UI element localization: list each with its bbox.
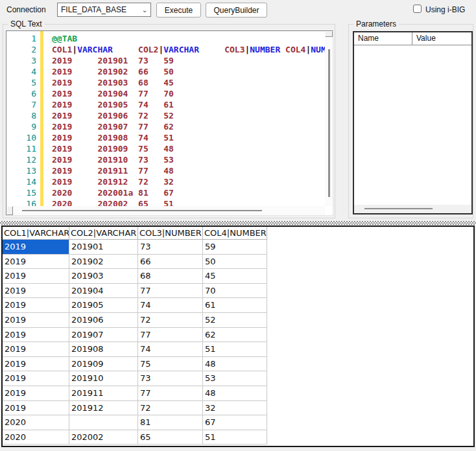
line-number[interactable]: 5: [6, 77, 36, 88]
line-number[interactable]: 4: [6, 66, 36, 77]
table-cell[interactable]: 74: [138, 342, 203, 357]
table-cell[interactable]: 2019: [3, 313, 69, 328]
line-number[interactable]: 1: [6, 33, 36, 44]
table-cell[interactable]: 202002: [69, 430, 138, 445]
editor-line[interactable]: 152020 202001a 81 67: [6, 187, 325, 198]
editor-line[interactable]: 52019 201903 68 45: [6, 77, 325, 88]
line-number[interactable]: 7: [6, 99, 36, 110]
column-header[interactable]: COL3|NUMBER: [138, 227, 203, 240]
table-cell[interactable]: 201904: [69, 284, 138, 299]
line-number[interactable]: 15: [6, 187, 36, 198]
table-cell[interactable]: 2019: [3, 255, 69, 270]
table-cell[interactable]: 32: [203, 401, 267, 416]
editor-line[interactable]: 122019 201910 73 53: [6, 154, 325, 165]
table-cell[interactable]: 77: [138, 386, 203, 401]
table-cell[interactable]: 2019: [3, 269, 69, 284]
column-header[interactable]: COL4|NUMBER: [203, 227, 267, 240]
parameters-scrollbar-thumb[interactable]: [364, 208, 433, 209]
table-cell[interactable]: 81: [138, 415, 203, 430]
parameters-table-body[interactable]: [354, 46, 471, 205]
editor-line[interactable]: 132019 201911 77 48: [6, 165, 325, 176]
table-cell[interactable]: 73: [138, 371, 203, 386]
table-cell[interactable]: 48: [203, 386, 267, 401]
table-cell[interactable]: 2019: [3, 357, 69, 372]
line-number[interactable]: 2: [6, 44, 36, 55]
editor-line[interactable]: 42019 201902 66 50: [6, 66, 325, 77]
editor-line[interactable]: 2COL1|VARCHAR COL2|VARCHAR COL3|NUMBER C…: [6, 44, 325, 55]
table-cell[interactable]: 77: [138, 284, 203, 299]
line-number[interactable]: 13: [6, 165, 36, 176]
editor-line[interactable]: 72019 201905 74 61: [6, 99, 325, 110]
line-number[interactable]: 8: [6, 110, 36, 121]
editor-line[interactable]: 1@@TAB: [6, 33, 325, 44]
line-number[interactable]: 10: [6, 132, 36, 143]
table-cell[interactable]: 48: [203, 357, 267, 372]
table-cell[interactable]: 201905: [69, 298, 138, 313]
table-cell[interactable]: 201909: [69, 357, 138, 372]
line-number[interactable]: 3: [6, 55, 36, 66]
table-cell[interactable]: 53: [203, 371, 267, 386]
sql-editor[interactable]: 1@@TAB 2COL1|VARCHAR COL2|VARCHAR COL3|N…: [6, 30, 333, 216]
parameters-name-header[interactable]: Name: [354, 32, 412, 45]
editor-horizontal-scrollbar[interactable]: [6, 206, 325, 215]
querybuilder-button[interactable]: QueryBuilder: [206, 3, 267, 17]
table-cell[interactable]: 201906: [69, 313, 138, 328]
table-cell[interactable]: 72: [138, 401, 203, 416]
using-ibig-checkbox[interactable]: [413, 5, 422, 13]
column-header[interactable]: COL2|VARCHAR: [69, 227, 138, 240]
horizontal-splitter[interactable]: [0, 221, 476, 225]
horizontal-scrollbar-thumb[interactable]: [22, 210, 262, 211]
table-cell[interactable]: 68: [138, 269, 203, 284]
table-cell[interactable]: 51: [203, 430, 267, 445]
table-cell[interactable]: 72: [138, 313, 203, 328]
line-number[interactable]: 14: [6, 176, 36, 187]
column-header[interactable]: COL1|VARCHAR: [3, 227, 69, 240]
table-cell[interactable]: 65: [138, 430, 203, 445]
table-cell[interactable]: [69, 415, 138, 430]
table-cell[interactable]: 201902: [69, 255, 138, 270]
table-cell[interactable]: 73: [138, 240, 203, 255]
connection-select[interactable]: FILE_DATA_BASE ⌄: [57, 3, 151, 17]
table-cell[interactable]: 75: [138, 357, 203, 372]
table-cell[interactable]: 201903: [69, 269, 138, 284]
table-cell[interactable]: 2019: [3, 342, 69, 357]
table-cell[interactable]: 2019: [3, 386, 69, 401]
editor-line[interactable]: 82019 201906 72 52: [6, 110, 325, 121]
table-cell[interactable]: 66: [138, 255, 203, 270]
editor-line[interactable]: 92019 201907 77 62: [6, 121, 325, 132]
table-cell[interactable]: 2020: [3, 415, 69, 430]
table-cell[interactable]: 45: [203, 269, 267, 284]
line-number[interactable]: 9: [6, 121, 36, 132]
vertical-scrollbar-thumb[interactable]: [328, 49, 330, 197]
table-cell[interactable]: 2019: [3, 401, 69, 416]
table-cell[interactable]: 70: [203, 284, 267, 299]
table-cell[interactable]: 201911: [69, 386, 138, 401]
editor-line[interactable]: 62019 201904 77 70: [6, 88, 325, 99]
table-cell[interactable]: 201907: [69, 328, 138, 343]
table-cell[interactable]: 201908: [69, 342, 138, 357]
table-cell[interactable]: 2019: [3, 298, 69, 313]
parameters-horizontal-scrollbar[interactable]: [354, 205, 471, 213]
table-cell-selected[interactable]: 2019: [3, 240, 69, 255]
editor-text-area[interactable]: 1@@TAB 2COL1|VARCHAR COL2|VARCHAR COL3|N…: [6, 31, 325, 206]
table-cell[interactable]: 2019: [3, 371, 69, 386]
table-cell[interactable]: 50: [203, 255, 267, 270]
line-number[interactable]: 12: [6, 154, 36, 165]
table-cell[interactable]: 77: [138, 328, 203, 343]
table-cell[interactable]: 59: [203, 240, 267, 255]
table-cell[interactable]: 201912: [69, 401, 138, 416]
parameters-value-header[interactable]: Value: [412, 32, 471, 45]
line-number[interactable]: 11: [6, 143, 36, 154]
editor-line[interactable]: 102019 201908 74 51: [6, 132, 325, 143]
editor-line[interactable]: 32019 201901 73 59: [6, 55, 325, 66]
table-cell[interactable]: 2019: [3, 328, 69, 343]
table-cell[interactable]: 2020: [3, 430, 69, 445]
table-cell[interactable]: 51: [203, 342, 267, 357]
editor-line[interactable]: 112019 201909 75 48: [6, 143, 325, 154]
line-number[interactable]: 6: [6, 88, 36, 99]
table-cell[interactable]: 201901: [69, 240, 138, 255]
table-cell[interactable]: 2019: [3, 284, 69, 299]
editor-corner-grip[interactable]: [6, 206, 13, 215]
table-cell[interactable]: 74: [138, 298, 203, 313]
table-cell[interactable]: 61: [203, 298, 267, 313]
